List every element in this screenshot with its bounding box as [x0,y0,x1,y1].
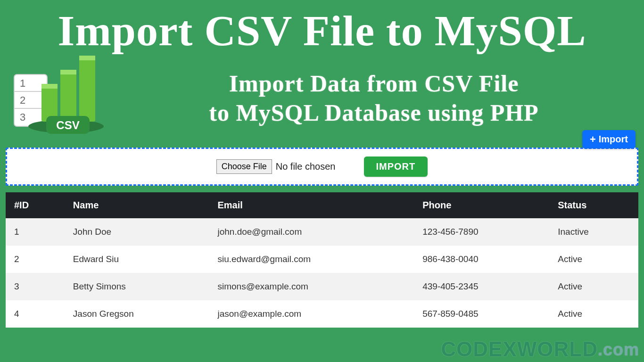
cell-status: Active [549,273,638,300]
plus-icon: + [590,134,596,145]
subtitle-line-1: Import Data from CSV File [229,70,519,97]
import-toggle-label: Import [599,134,628,145]
cell-status: Inactive [549,218,638,246]
cell-name: Jason Gregson [65,300,209,328]
svg-text:2: 2 [20,94,25,106]
data-table: #ID Name Email Phone Status 1 John Doe j… [6,192,638,328]
cell-id: 1 [6,218,65,246]
col-name: Name [65,192,209,218]
cell-phone: 439-405-2345 [414,273,549,300]
col-phone: Phone [414,192,549,218]
subtitle-line-2: to MySQL Database using PHP [209,99,538,126]
svg-rect-12 [79,56,95,60]
cell-phone: 986-438-0040 [414,246,549,273]
cell-email: siu.edward@gmail.com [209,246,414,273]
col-id: #ID [6,192,65,218]
cell-email: john.doe@gmail.com [209,218,414,246]
col-status: Status [549,192,638,218]
cell-phone: 567-859-0485 [414,300,549,328]
import-toggle-button[interactable]: + Import [582,130,636,148]
csv-chart-icon: 1 2 3 CSV [9,56,108,140]
cell-name: John Doe [65,218,209,246]
page-title: Import CSV File to MySQL [0,0,644,56]
cell-name: Betty Simons [65,273,209,300]
svg-rect-11 [79,56,95,122]
page-subtitle: Import Data from CSV File to MySQL Datab… [108,69,635,128]
watermark: CODEXWORLD.com [441,337,639,361]
data-table-wrap: #ID Name Email Phone Status 1 John Doe j… [6,192,638,328]
hero-subtitle-row: 1 2 3 CSV Import Data from CSV File to M… [0,56,644,148]
cell-id: 3 [6,273,65,300]
svg-rect-9 [60,70,76,122]
cell-id: 2 [6,246,65,273]
cell-name: Edward Siu [65,246,209,273]
svg-rect-8 [41,84,58,89]
file-status-text: No file chosen [276,161,336,172]
file-input-row: Choose File No file chosen [216,159,336,174]
table-row: 1 John Doe john.doe@gmail.com 123-456-78… [6,218,638,246]
upload-panel: Choose File No file chosen IMPORT [6,148,638,186]
col-email: Email [209,192,414,218]
svg-text:CSV: CSV [56,119,79,132]
import-submit-button[interactable]: IMPORT [364,156,428,177]
svg-text:3: 3 [20,111,25,123]
table-row: 3 Betty Simons simons@example.com 439-40… [6,273,638,300]
choose-file-button[interactable]: Choose File [216,159,272,174]
svg-text:1: 1 [20,77,25,89]
svg-rect-10 [60,70,76,74]
cell-phone: 123-456-7890 [414,218,549,246]
cell-status: Active [549,300,638,328]
watermark-suffix: .com [598,340,639,359]
watermark-text: CODEXWORLD [441,337,598,361]
cell-status: Active [549,246,638,273]
table-row: 4 Jason Gregson jason@example.com 567-85… [6,300,638,328]
table-row: 2 Edward Siu siu.edward@gmail.com 986-43… [6,246,638,273]
table-header-row: #ID Name Email Phone Status [6,192,638,218]
cell-email: simons@example.com [209,273,414,300]
cell-id: 4 [6,300,65,328]
cell-email: jason@example.com [209,300,414,328]
